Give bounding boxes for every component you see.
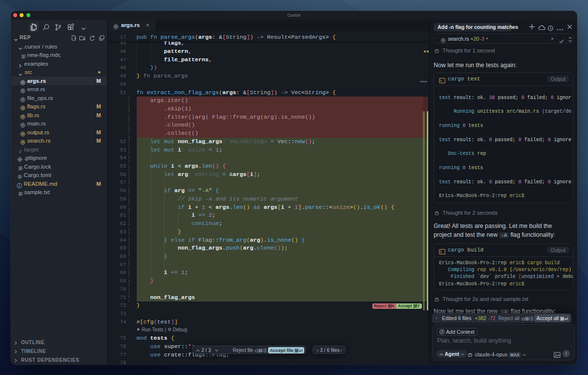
svg-text:R: R bbox=[22, 89, 24, 93]
svg-text:R: R bbox=[442, 38, 444, 42]
svg-text:@: @ bbox=[441, 330, 444, 333]
svg-text:R: R bbox=[22, 141, 24, 144]
svg-text:R: R bbox=[22, 98, 24, 101]
svg-text:R: R bbox=[22, 106, 24, 110]
svg-text:R: R bbox=[22, 124, 24, 127]
svg-text:R: R bbox=[22, 81, 24, 84]
svg-text:R: R bbox=[22, 132, 24, 136]
svg-text:R: R bbox=[115, 25, 117, 28]
svg-text:R: R bbox=[22, 115, 24, 119]
